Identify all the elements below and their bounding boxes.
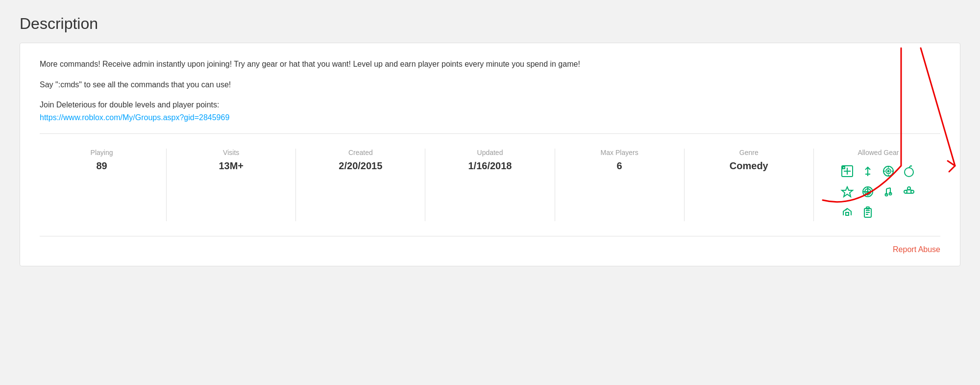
gear-icon-powerups bbox=[859, 162, 877, 180]
page-title: Description bbox=[20, 15, 960, 33]
max-players-value: 6 bbox=[617, 160, 622, 172]
gear-icons-grid: A bbox=[838, 162, 918, 221]
stat-divider-2 bbox=[295, 149, 296, 221]
svg-line-23 bbox=[886, 188, 890, 189]
stats-row: Playing 89 Visits 13M+ Created 2/20/2015… bbox=[40, 144, 940, 231]
gear-icon-transport bbox=[838, 204, 856, 221]
svg-point-28 bbox=[907, 187, 910, 190]
stat-divider-6 bbox=[813, 149, 814, 221]
playing-value: 89 bbox=[96, 160, 107, 172]
genre-label: Genre bbox=[739, 149, 759, 156]
stat-divider-3 bbox=[425, 149, 425, 221]
updated-value: 1/16/2018 bbox=[468, 160, 512, 172]
svg-point-13 bbox=[905, 168, 913, 177]
gear-icon-music bbox=[880, 183, 897, 201]
report-abuse-row: Report Abuse bbox=[40, 241, 940, 256]
description-paragraph-2: Say ":cmds" to see all the commands that… bbox=[40, 78, 940, 91]
visits-label: Visits bbox=[223, 149, 239, 156]
stat-divider-4 bbox=[555, 149, 555, 221]
genre-value: Comedy bbox=[730, 160, 768, 172]
svg-marker-15 bbox=[842, 187, 853, 197]
gear-icon-social bbox=[838, 183, 856, 201]
svg-line-14 bbox=[911, 166, 912, 166]
bottom-divider bbox=[40, 236, 940, 236]
playing-label: Playing bbox=[91, 149, 113, 156]
stat-updated: Updated 1/16/2018 bbox=[428, 149, 552, 172]
svg-rect-32 bbox=[846, 212, 849, 215]
description-content: More commands! Receive admin instantly u… bbox=[40, 58, 940, 124]
svg-text:A: A bbox=[866, 190, 869, 195]
stats-divider bbox=[40, 133, 940, 134]
description-paragraph-1: More commands! Receive admin instantly u… bbox=[40, 58, 940, 71]
description-box: More commands! Receive admin instantly u… bbox=[20, 43, 960, 266]
stat-max-players: Max Players 6 bbox=[558, 149, 682, 172]
stat-visits: Visits 13M+ bbox=[169, 149, 293, 172]
visits-value: 13M+ bbox=[219, 160, 244, 172]
stat-genre: Genre Comedy bbox=[687, 149, 811, 172]
updated-label: Updated bbox=[477, 149, 503, 156]
stat-created: Created 2/20/2015 bbox=[298, 149, 422, 172]
stat-playing: Playing 89 bbox=[40, 149, 164, 172]
gear-icon-melee bbox=[838, 162, 856, 180]
svg-point-8 bbox=[888, 171, 889, 172]
report-abuse-button[interactable]: Report Abuse bbox=[893, 245, 940, 254]
description-paragraph-3: Join Deleterious for double levels and p… bbox=[40, 99, 940, 124]
gear-icon-building bbox=[900, 183, 918, 201]
stat-divider-1 bbox=[166, 149, 167, 221]
svg-line-29 bbox=[906, 190, 909, 190]
svg-rect-3 bbox=[843, 167, 845, 169]
created-label: Created bbox=[348, 149, 373, 156]
max-players-label: Max Players bbox=[601, 149, 638, 156]
gear-icon-explosive bbox=[900, 162, 918, 180]
group-link[interactable]: https://www.roblox.com/My/Groups.aspx?gi… bbox=[40, 113, 229, 122]
gear-icon-personal bbox=[859, 204, 877, 221]
stat-divider-5 bbox=[684, 149, 685, 221]
allowed-gear-label: Allowed Gear bbox=[858, 149, 899, 156]
gear-icon-navigation: A bbox=[859, 183, 877, 201]
gear-icon-ranged bbox=[880, 162, 897, 180]
created-value: 2/20/2015 bbox=[339, 160, 382, 172]
stat-allowed-gear: Allowed Gear bbox=[816, 149, 940, 221]
svg-line-30 bbox=[909, 190, 912, 190]
